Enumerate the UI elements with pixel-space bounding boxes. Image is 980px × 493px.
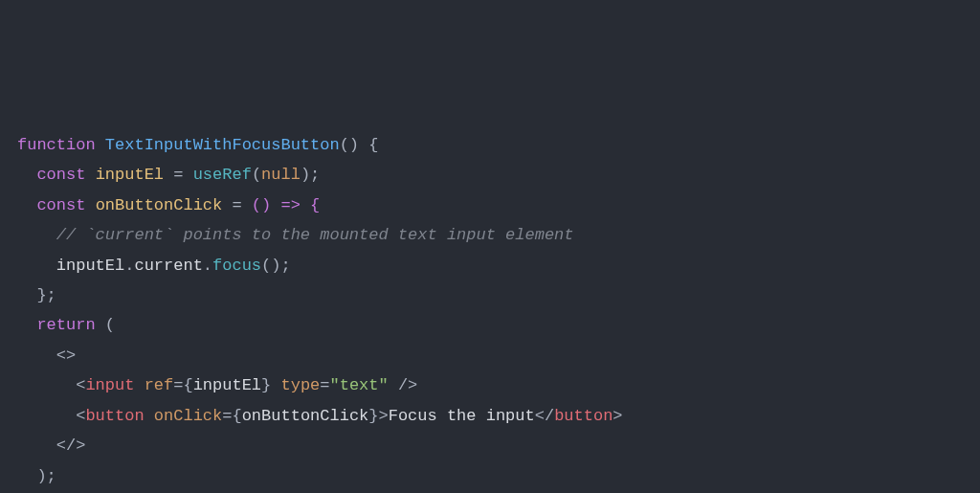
indent <box>17 196 36 214</box>
indent <box>17 316 36 334</box>
equals: = <box>173 376 183 394</box>
attr-name: ref <box>145 376 174 394</box>
code-line-4: // `current` points to the mounted text … <box>17 226 574 244</box>
code-line-12: ); <box>17 467 56 485</box>
equals: = <box>222 407 232 425</box>
attr-name: onClick <box>154 407 222 425</box>
paren-close: ); <box>36 467 56 485</box>
tag-bracket: > <box>379 407 389 425</box>
keyword-const: const <box>36 166 85 184</box>
comment: // `current` points to the mounted text … <box>56 226 574 244</box>
property: current <box>134 257 202 275</box>
space <box>145 407 154 425</box>
indent <box>17 437 56 455</box>
indent <box>17 347 56 365</box>
tag-name: button <box>85 407 144 425</box>
indent <box>17 407 76 425</box>
code-line-8: <> <box>17 347 76 365</box>
indent <box>17 467 36 485</box>
code-line-2: const inputEl = useRef(null); <box>17 166 320 184</box>
tag-bracket: > <box>612 407 622 425</box>
brace: } <box>368 407 378 425</box>
tag-name: button <box>554 407 612 425</box>
space <box>271 376 280 394</box>
variable: inputEl <box>96 166 164 184</box>
code-line-3: const onButtonClick = () => { <box>17 196 320 214</box>
indent <box>17 286 36 304</box>
equals: = <box>320 376 329 394</box>
jsx-fragment-close: </> <box>56 437 86 455</box>
paren: ( <box>252 166 261 184</box>
indent <box>17 376 76 394</box>
jsx-expression: inputEl <box>193 376 261 394</box>
object: inputEl <box>56 257 124 275</box>
arrow-function: () => { <box>252 196 320 214</box>
jsx-fragment-open: <> <box>56 347 76 365</box>
indent <box>17 166 36 184</box>
brace: } <box>261 376 271 394</box>
keyword-return: return <box>36 316 95 334</box>
dot: . <box>124 257 134 275</box>
brace-close: }; <box>36 286 56 304</box>
tag-close: /> <box>389 376 418 394</box>
code-line-6: }; <box>17 286 56 304</box>
attr-name: type <box>280 376 320 394</box>
tag-name: input <box>85 376 134 394</box>
keyword-const: const <box>36 196 85 214</box>
tag-bracket: < <box>76 376 85 394</box>
code-line-5: inputEl.current.focus(); <box>17 257 291 275</box>
paren: ( <box>96 316 115 334</box>
variable: onButtonClick <box>96 196 223 214</box>
space <box>134 376 144 394</box>
code-line-9: <input ref={inputEl} type="text" /> <box>17 376 417 394</box>
keyword-function: function <box>17 136 96 154</box>
indent <box>17 257 56 275</box>
brace: { <box>183 376 192 394</box>
literal-null: null <box>261 166 301 184</box>
string-literal: "text" <box>330 376 389 394</box>
function-name: TextInputWithFocusButton <box>105 136 340 154</box>
jsx-text: Focus the input <box>389 407 535 425</box>
punct: () { <box>340 136 379 154</box>
function-call: useRef <box>193 166 252 184</box>
tag-bracket: </ <box>535 407 554 425</box>
operator-equals: = <box>164 166 193 184</box>
code-line-11: </> <box>17 437 85 455</box>
call-parens: (); <box>261 257 291 275</box>
code-block: function TextInputWithFocusButton() { co… <box>17 130 963 493</box>
jsx-expression: onButtonClick <box>242 407 369 425</box>
method-call: focus <box>212 257 261 275</box>
tag-bracket: < <box>76 407 85 425</box>
code-line-10: <button onClick={onButtonClick}>Focus th… <box>17 407 623 425</box>
code-line-1: function TextInputWithFocusButton() { <box>17 136 378 154</box>
indent <box>17 226 56 244</box>
code-line-7: return ( <box>17 316 115 334</box>
dot: . <box>203 257 212 275</box>
paren-close: ); <box>301 166 320 184</box>
brace: { <box>232 407 241 425</box>
operator-equals: = <box>222 196 252 214</box>
